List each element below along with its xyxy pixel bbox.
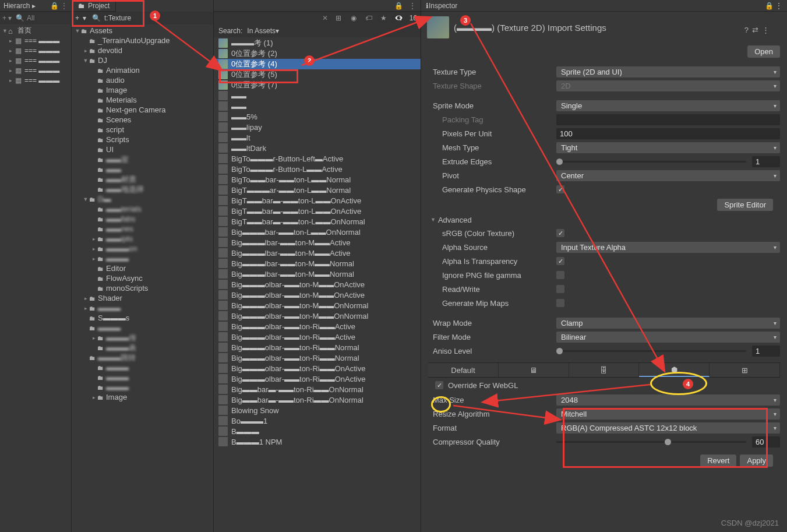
- resize-algo-dropdown[interactable]: Mitchell: [556, 408, 780, 420]
- menu-icon[interactable]: ⋮: [762, 26, 770, 34]
- folder-row[interactable]: 🖿▬▬▬: [72, 323, 213, 333]
- asset-row[interactable]: ▬▬5%: [214, 111, 421, 122]
- asset-row[interactable]: BigT▬▬bar▬-▬▬ton-L▬▬OnActive: [214, 206, 421, 216]
- hierarchy-search[interactable]: + ▾ 🔍 All: [0, 12, 71, 24]
- platform-tab-standalone[interactable]: 🖥: [499, 363, 569, 377]
- folder-row[interactable]: 🖿Animation: [72, 65, 213, 75]
- asset-row[interactable]: Big▬▬▬lbar-▬▬ton-M▬▬Normal: [214, 258, 421, 269]
- platform-tab-webgl[interactable]: ⬢: [639, 363, 710, 377]
- asset-row[interactable]: ▬▬: [214, 101, 421, 111]
- override-checkbox[interactable]: [435, 381, 443, 389]
- filter-mode-dropdown[interactable]: Bilinear: [556, 332, 780, 343]
- platform-tab-windows[interactable]: ⊞: [710, 363, 780, 377]
- mipmaps-checkbox[interactable]: [556, 299, 564, 307]
- search-scope[interactable]: In Assets▾: [247, 27, 279, 35]
- alpha-source-dropdown[interactable]: Input Texture Alpha: [556, 242, 780, 253]
- quality-slider[interactable]: [556, 441, 746, 443]
- hidden-icon[interactable]: 👁‍🗨: [394, 13, 404, 23]
- asset-row[interactable]: Big▬▬▬olbar-▬▬ton-M▬▬OnNormal: [214, 311, 421, 321]
- extrude-slider[interactable]: [556, 161, 746, 163]
- type-icon[interactable]: ◉: [349, 13, 358, 23]
- asset-row[interactable]: Big▬▬▬olbar-▬▬ton-Ri▬▬Normal: [214, 353, 421, 363]
- asset-row[interactable]: Big▬▬▬lbar-▬▬ton-M▬▬Active: [214, 237, 421, 248]
- star-icon[interactable]: ★: [379, 13, 389, 23]
- panel-menu-icon[interactable]: 🔒 ⋮: [765, 2, 782, 10]
- asset-row[interactable]: 0位置参考 (5): [214, 69, 421, 80]
- asset-row[interactable]: Big▬▬▬olbar-▬▬ton-Ri▬▬Normal: [214, 342, 421, 353]
- asset-row[interactable]: Big▬▬▬olbar-▬▬ton-M▬▬OnActive: [214, 290, 421, 300]
- folder-row[interactable]: 🖿Next-gen Camera: [72, 105, 213, 115]
- asset-row[interactable]: Big▬▬▬lbar-▬▬ton-M▬▬Normal: [214, 269, 421, 279]
- folder-row[interactable]: 🖿▬▬▬: [72, 382, 213, 392]
- folder-row[interactable]: 🖿▬▬▬表: [72, 343, 213, 353]
- folder-row[interactable]: ▸🖿▬▬▬: [72, 303, 213, 313]
- folder-row[interactable]: 🖿Editor: [72, 263, 213, 273]
- srgb-checkbox[interactable]: [556, 229, 564, 237]
- preset-icon[interactable]: ⇄: [752, 26, 758, 34]
- ppu-input[interactable]: 100: [556, 128, 780, 139]
- folder-row[interactable]: 🖿▬▬▬: [72, 372, 213, 382]
- asset-row[interactable]: Big▬▬▬olbar-▬▬ton-M▬▬OnNormal: [214, 300, 421, 311]
- folder-row[interactable]: 🖿Meterials: [72, 95, 213, 105]
- folder-row[interactable]: ▸🖿devotid: [72, 45, 213, 55]
- panel-menu-icon[interactable]: 🔒 ⋮: [50, 2, 68, 10]
- asset-row[interactable]: ▬▬lipay: [214, 122, 421, 132]
- lock-icon[interactable]: 🔒: [394, 1, 403, 10]
- asset-row[interactable]: Big▬▬▬olbar-▬▬ton-Ri▬▬Active: [214, 321, 421, 332]
- max-size-dropdown[interactable]: 2048: [556, 394, 780, 406]
- project-add-row[interactable]: +▾ 🔍 t:Texture: [72, 12, 213, 24]
- pivot-dropdown[interactable]: Center: [556, 170, 780, 181]
- folder-row[interactable]: ▸🖿▬▬ipts: [72, 234, 213, 244]
- folder-row[interactable]: 🖿monoScripts: [72, 283, 213, 293]
- asset-row[interactable]: Big▬▬▬olbar-▬▬ton-Ri▬▬OnActive: [214, 374, 421, 384]
- platform-tab-server[interactable]: 🗄: [569, 363, 640, 377]
- advanced-foldout[interactable]: ▼Advanced: [428, 213, 780, 226]
- folder-row[interactable]: 🖿▬▬材质: [72, 174, 213, 184]
- folder-row[interactable]: ▸🖿▬▬▬on: [72, 244, 213, 253]
- label-icon[interactable]: 🏷: [364, 13, 373, 23]
- hierarchy-item[interactable]: ▸=== ▬▬▬: [0, 75, 71, 85]
- folder-row[interactable]: ▸🖿▬▬▬: [72, 253, 213, 263]
- hierarchy-home[interactable]: ▼首页: [0, 26, 71, 36]
- folder-row[interactable]: 🖿_TerrainAutoUpgrade: [72, 36, 213, 45]
- platform-tab-default[interactable]: Default: [428, 363, 499, 377]
- folder-row[interactable]: 🖿FlowAsync: [72, 273, 213, 283]
- asset-row[interactable]: Bo▬▬▬1: [214, 415, 421, 426]
- asset-row[interactable]: B▬▬▬1 NPM: [214, 436, 421, 447]
- alpha-transparency-checkbox[interactable]: [556, 257, 564, 265]
- read-write-checkbox[interactable]: [556, 285, 564, 293]
- folder-row[interactable]: 🖿▬▬▬跳转: [72, 353, 213, 362]
- asset-row[interactable]: ▬▬: [214, 90, 421, 101]
- asset-row[interactable]: BigTo▬▬▬r-Button-Left▬Active: [214, 153, 421, 164]
- folder-row[interactable]: ▸🖿▬▬▬传: [72, 333, 213, 343]
- folder-row[interactable]: 🖿S▬▬▬s: [72, 313, 213, 323]
- filter-icon[interactable]: ⊞: [334, 13, 343, 23]
- asset-row[interactable]: Big▬▬▬lbar-▬▬ton-M▬▬Active: [214, 248, 421, 258]
- revert-button[interactable]: Revert: [700, 455, 736, 467]
- asset-row[interactable]: BigT▬▬bar▬-▬▬ton-L▬▬OnNormal: [214, 216, 421, 227]
- asset-row[interactable]: ▬▬lt: [214, 132, 421, 143]
- folder-row[interactable]: 🖿Scenes: [72, 115, 213, 125]
- folder-row[interactable]: 🖿▬▬terials: [72, 204, 213, 214]
- asset-row[interactable]: BigT▬▬▬ar-▬▬ton-L▬▬Normal: [214, 185, 421, 195]
- asset-row[interactable]: BigT▬▬bar▬-▬▬ton-L▬▬OnActive: [214, 195, 421, 206]
- asset-row[interactable]: ▬▬ltDark: [214, 143, 421, 153]
- asset-row[interactable]: 0位置参考 (4): [214, 59, 421, 69]
- asset-row[interactable]: Big▬▬▬bar-▬▬ton-L▬▬OnNormal: [214, 227, 421, 237]
- apply-button[interactable]: Apply: [740, 455, 773, 467]
- asset-row[interactable]: Big▬▬bar▬-▬▬ton-Ri▬▬OnNormal: [214, 394, 421, 405]
- hierarchy-item[interactable]: ▸=== ▬▬▬: [0, 55, 71, 65]
- add-button[interactable]: +: [75, 14, 79, 22]
- hierarchy-item[interactable]: ▸=== ▬▬▬: [0, 65, 71, 75]
- sprite-mode-dropdown[interactable]: Single: [556, 100, 780, 111]
- asset-row[interactable]: 0位置参考 (2): [214, 48, 421, 59]
- asset-row[interactable]: Big▬▬bar▬-▬▬ton-Ri▬▬OnNormal: [214, 384, 421, 394]
- folder-row[interactable]: 🖿▬▬nes: [72, 224, 213, 234]
- folder-row[interactable]: 🖿▬▬▬: [72, 362, 213, 372]
- physics-shape-checkbox[interactable]: [556, 185, 564, 193]
- ignore-gamma-checkbox[interactable]: [556, 271, 564, 279]
- wrap-mode-dropdown[interactable]: Clamp: [556, 318, 780, 329]
- asset-row[interactable]: ▬▬▬考 (1): [214, 38, 421, 48]
- format-dropdown[interactable]: RGB(A) Compressed ASTC 12x12 block: [556, 422, 780, 434]
- asset-row[interactable]: Big▬▬▬olbar-▬▬ton-Ri▬▬OnActive: [214, 363, 421, 374]
